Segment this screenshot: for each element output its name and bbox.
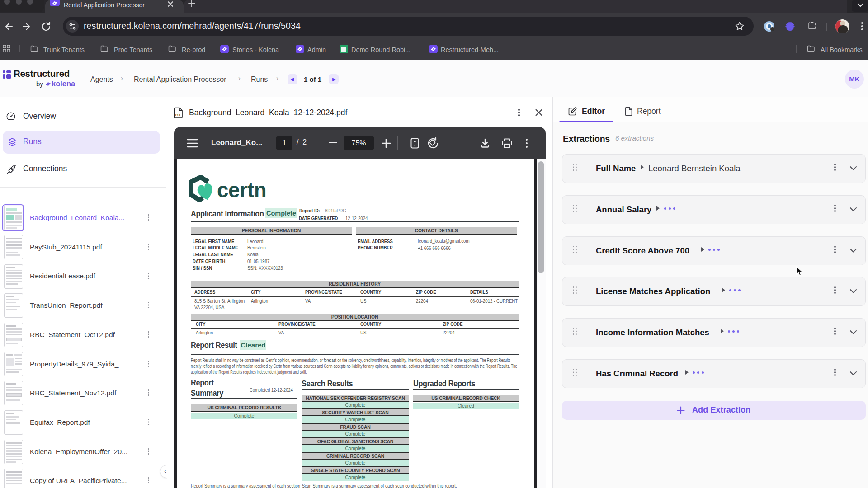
svg-text:PDF: PDF (175, 113, 181, 117)
